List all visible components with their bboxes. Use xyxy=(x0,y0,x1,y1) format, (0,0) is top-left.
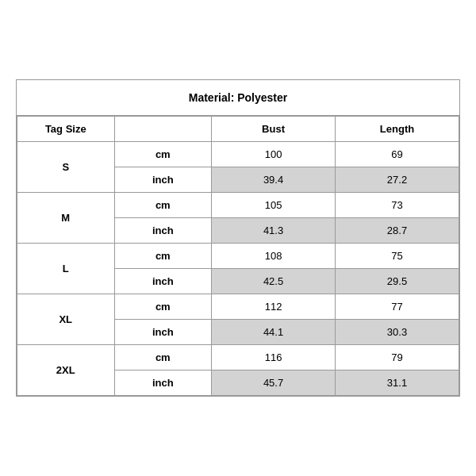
table-row: Mcm10573 xyxy=(17,193,459,218)
length-inch: 31.1 xyxy=(336,370,459,396)
bust-cm: 100 xyxy=(212,142,336,167)
unit-inch: inch xyxy=(114,269,212,294)
size-table: Tag Size Bust Length Scm10069inch39.427.… xyxy=(17,116,459,396)
table-row: Scm10069 xyxy=(17,142,459,167)
table-row: Lcm10875 xyxy=(17,244,459,269)
tag-size-cell: 2XL xyxy=(17,345,115,396)
length-cm: 79 xyxy=(336,345,459,370)
length-inch: 29.5 xyxy=(336,269,459,294)
tag-size-cell: XL xyxy=(17,294,115,345)
bust-cm: 105 xyxy=(212,193,336,218)
size-chart: Material: Polyester Tag Size Bust Length… xyxy=(16,79,460,397)
unit-cm: cm xyxy=(114,244,212,269)
header-bust: Bust xyxy=(212,117,336,142)
bust-cm: 112 xyxy=(212,294,336,320)
chart-title: Material: Polyester xyxy=(17,80,459,116)
table-row: 2XLcm11679 xyxy=(17,345,459,370)
unit-inch: inch xyxy=(114,218,212,244)
unit-cm: cm xyxy=(114,345,212,370)
bust-inch: 45.7 xyxy=(212,370,336,396)
header-tag-size: Tag Size xyxy=(17,117,115,142)
bust-inch: 39.4 xyxy=(212,167,336,193)
tag-size-cell: L xyxy=(17,244,115,294)
length-inch: 27.2 xyxy=(336,167,459,193)
unit-cm: cm xyxy=(114,193,212,218)
length-inch: 30.3 xyxy=(336,320,459,345)
length-inch: 28.7 xyxy=(336,218,459,244)
bust-inch: 44.1 xyxy=(212,320,336,345)
unit-inch: inch xyxy=(114,370,212,396)
unit-inch: inch xyxy=(114,320,212,345)
bust-inch: 41.3 xyxy=(212,218,336,244)
unit-cm: cm xyxy=(114,142,212,167)
length-cm: 77 xyxy=(336,294,459,320)
length-cm: 75 xyxy=(336,244,459,269)
table-header-row: Tag Size Bust Length xyxy=(17,117,459,142)
length-cm: 73 xyxy=(336,193,459,218)
bust-inch: 42.5 xyxy=(212,269,336,294)
bust-cm: 108 xyxy=(212,244,336,269)
unit-inch: inch xyxy=(114,167,212,193)
header-length: Length xyxy=(336,117,459,142)
tag-size-cell: M xyxy=(17,193,115,244)
table-row: XLcm11277 xyxy=(17,294,459,320)
unit-cm: cm xyxy=(114,294,212,320)
tag-size-cell: S xyxy=(17,142,115,193)
bust-cm: 116 xyxy=(212,345,336,370)
header-unit xyxy=(114,117,212,142)
length-cm: 69 xyxy=(336,142,459,167)
